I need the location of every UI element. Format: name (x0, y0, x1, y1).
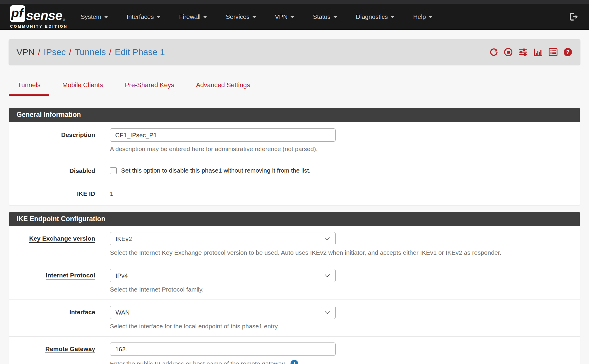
key-exchange-select[interactable]: IKEv2 (110, 232, 336, 245)
internet-protocol-select[interactable]: IPv4 (110, 269, 336, 282)
main-menu: System Interfaces Firewall Services VPN … (81, 13, 433, 20)
pfsense-logo-row: pf sense ® (10, 5, 68, 22)
general-information-header: General Information (9, 108, 580, 122)
tab-bar: Tunnels Mobile Clients Pre-Shared Keys A… (9, 81, 580, 96)
description-row: Description A description may be entered… (9, 122, 580, 159)
breadcrumb-separator: / (35, 47, 44, 57)
nav-item-interfaces[interactable]: Interfaces (127, 13, 160, 20)
sign-out-icon[interactable] (568, 11, 579, 22)
caret-down-icon (291, 16, 294, 18)
nav-item-diagnostics[interactable]: Diagnostics (356, 13, 395, 20)
bar-chart-icon[interactable] (533, 47, 543, 57)
nav-item-firewall[interactable]: Firewall (179, 13, 207, 20)
caret-down-icon (104, 16, 108, 18)
nav-item-status[interactable]: Status (313, 13, 337, 20)
interface-select[interactable]: WAN (110, 306, 336, 319)
breadcrumb-separator: / (106, 47, 115, 57)
tab-tunnels[interactable]: Tunnels (9, 81, 49, 96)
community-edition-label: COMMUNITY EDITION (10, 24, 68, 29)
key-exchange-row: Key Exchange version IKEv2 Select the In… (9, 226, 580, 263)
caret-down-icon (157, 16, 160, 18)
description-label: Description (9, 128, 110, 153)
description-help: A description may be entered here for ad… (110, 145, 568, 153)
pfsense-page: pf sense ® COMMUNITY EDITION System Inte… (0, 0, 589, 364)
remote-gateway-help: Enter the public IP address or host name… (110, 360, 286, 364)
breadcrumb-action-icons: ? (489, 47, 572, 57)
pfsense-logo[interactable]: pf sense ® COMMUNITY EDITION (10, 5, 68, 29)
interface-label: Interface (9, 306, 110, 330)
ike-endpoint-panel: IKE Endpoint Configuration Key Exchange … (9, 212, 580, 364)
top-strip (0, 0, 589, 4)
breadcrumb: VPN / IPsec / Tunnels / Edit Phase 1 (17, 47, 165, 57)
registered-mark: ® (63, 18, 65, 22)
info-icon[interactable]: i (290, 360, 298, 364)
general-information-body: Description A description may be entered… (9, 122, 580, 205)
internet-protocol-help: Select the Internet Protocol family. (110, 286, 568, 293)
key-exchange-help: Select the Internet Key Exchange protoco… (110, 249, 568, 256)
tab-mobile-clients[interactable]: Mobile Clients (53, 81, 112, 96)
info-glyph: i (294, 361, 295, 364)
ike-endpoint-body: Key Exchange version IKEv2 Select the In… (9, 226, 580, 364)
remote-gateway-row: Remote Gateway Enter the public IP addre… (9, 336, 580, 364)
ike-id-row: IKE ID 1 (9, 182, 580, 205)
help-icon[interactable]: ? (563, 47, 572, 57)
breadcrumb-link-ipsec[interactable]: IPsec (44, 47, 66, 57)
nav-item-services[interactable]: Services (226, 13, 256, 20)
interface-row: Interface WAN Select the interface for t… (9, 300, 580, 336)
caret-down-icon (253, 16, 256, 18)
pf-logo-text: pf (11, 6, 23, 20)
remote-gateway-input[interactable] (110, 343, 336, 356)
remote-gateway-label: Remote Gateway (9, 343, 110, 364)
tab-pre-shared-keys[interactable]: Pre-Shared Keys (116, 81, 183, 96)
caret-down-icon (203, 16, 207, 18)
breadcrumb-panel: VPN / IPsec / Tunnels / Edit Phase 1 (9, 39, 580, 65)
nav-item-help[interactable]: Help (413, 13, 432, 20)
sliders-icon[interactable] (518, 47, 528, 57)
sense-logo-text: sense (26, 9, 62, 22)
caret-down-icon (334, 16, 337, 18)
disabled-label: Disabled (9, 167, 110, 174)
general-information-panel: General Information Description A descri… (9, 107, 580, 205)
help-glyph: ? (566, 49, 570, 55)
chevron-down-icon (324, 274, 330, 277)
nav-item-vpn[interactable]: VPN (275, 13, 294, 20)
list-icon[interactable] (548, 47, 558, 57)
internet-protocol-row: Internet Protocol IPv4 Select the Intern… (9, 263, 580, 300)
ike-id-value: 1 (110, 190, 568, 197)
disabled-row: Disabled Set this option to disable this… (9, 159, 580, 182)
disabled-checkbox[interactable] (110, 167, 117, 174)
description-input[interactable] (110, 128, 336, 142)
ike-endpoint-header: IKE Endpoint Configuration (9, 212, 580, 226)
nav-item-system[interactable]: System (81, 13, 108, 20)
pf-logo-badge: pf (10, 5, 25, 22)
chevron-down-icon (324, 311, 330, 314)
interface-help: Select the interface for the local endpo… (110, 323, 568, 330)
refresh-icon[interactable] (489, 47, 499, 57)
ike-id-label: IKE ID (9, 190, 110, 197)
caret-down-icon (429, 16, 432, 18)
key-exchange-label: Key Exchange version (9, 232, 110, 256)
breadcrumb-section: VPN (17, 47, 35, 57)
breadcrumb-separator: / (66, 47, 75, 57)
tab-advanced-settings[interactable]: Advanced Settings (187, 81, 259, 96)
chevron-down-icon (324, 237, 330, 241)
stop-icon[interactable] (504, 47, 513, 57)
top-navbar: pf sense ® COMMUNITY EDITION System Inte… (0, 4, 589, 30)
caret-down-icon (391, 16, 394, 18)
disabled-checkbox-text: Set this option to disable this phase1 w… (121, 167, 311, 174)
breadcrumb-link-tunnels[interactable]: Tunnels (75, 47, 106, 57)
internet-protocol-label: Internet Protocol (9, 269, 110, 293)
breadcrumb-link-edit-phase-1[interactable]: Edit Phase 1 (115, 47, 165, 57)
